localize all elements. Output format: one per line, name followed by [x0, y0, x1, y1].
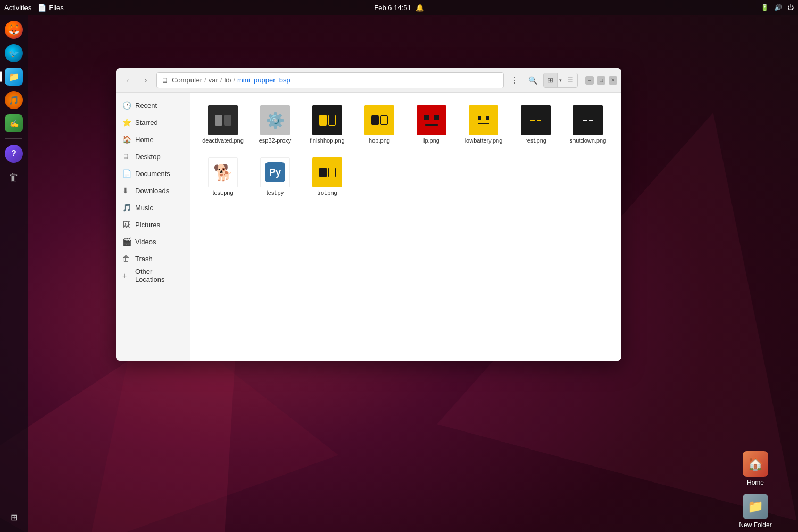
file-lowbattery-png[interactable]: lowbattery.png [460, 101, 508, 149]
desktop-icon-home-label: Home [747, 479, 764, 486]
file-manager-headerbar: ‹ › 🖥 Computer / var / lib / mini_pupper… [116, 68, 621, 93]
view-toggle-group: ⊞ ▾ ☰ [543, 73, 578, 88]
trash-icon: 🗑 [122, 254, 131, 263]
sidebar-item-music[interactable]: 🎵 Music [116, 199, 190, 216]
sidebar-item-starred[interactable]: ⭐ Starred [116, 114, 190, 131]
file-name: hop.png [369, 137, 390, 144]
file-content-area[interactable]: deactivated.png ⚙️ esp32-proxy [190, 93, 621, 361]
file-name: test.py [267, 189, 284, 196]
file-name: shutdown.png [570, 137, 606, 144]
file-name: test.png [212, 189, 233, 196]
sidebar-item-downloads[interactable]: ⬇ Downloads [116, 182, 190, 199]
computer-icon: 🖥 [161, 76, 169, 85]
breadcrumb-computer[interactable]: Computer [172, 76, 202, 84]
dock-item-help[interactable]: ? [3, 143, 24, 164]
alarm-icon: 🔔 [415, 4, 424, 12]
desktop-icon-home[interactable]: 🏠 Home [734, 448, 777, 489]
files-grid: deactivated.png ⚙️ esp32-proxy [199, 101, 613, 201]
sidebar-item-recent[interactable]: 🕐 Recent [116, 97, 190, 114]
sidebar-item-desktop[interactable]: 🖥 Desktop [116, 148, 190, 165]
downloads-icon: ⬇ [122, 186, 131, 195]
dock-item-files[interactable]: 📁 [3, 66, 24, 87]
tray-icon-1[interactable]: 🔋 [761, 4, 769, 11]
file-rest-png[interactable]: rest.png [512, 101, 560, 149]
file-manager-window: ‹ › 🖥 Computer / var / lib / mini_pupper… [116, 68, 621, 361]
dock-item-trash[interactable]: 🗑 [3, 167, 24, 188]
maximize-button[interactable]: □ [597, 76, 605, 85]
datetime: Feb 6 14:51 [374, 4, 411, 12]
videos-icon: 🎬 [122, 237, 131, 246]
context-menu-button[interactable]: ⋮ [507, 73, 522, 88]
file-name: esp32-proxy [259, 137, 292, 144]
recent-icon: 🕐 [122, 101, 131, 110]
other-locations-icon: + [122, 271, 131, 280]
file-finishhop-png[interactable]: finishhop.png [303, 101, 351, 149]
dock-item-grid[interactable]: ⊞ [3, 506, 24, 528]
file-name: trot.png [317, 189, 337, 196]
files-icon: 📄 [38, 4, 46, 12]
window-controls: – □ ✕ [585, 76, 617, 85]
dock-item-rhythmbox[interactable]: 🎵 [3, 89, 24, 111]
file-name: deactivated.png [202, 137, 244, 144]
breadcrumb-lib[interactable]: lib [224, 76, 231, 84]
sidebar-item-trash[interactable]: 🗑 Trash [116, 250, 190, 267]
music-icon: 🎵 [122, 203, 131, 212]
dock-separator [5, 138, 22, 139]
breadcrumb-current[interactable]: mini_pupper_bsp [237, 76, 290, 84]
breadcrumb-var[interactable]: var [209, 76, 218, 84]
search-button[interactable]: 🔍 [525, 73, 540, 88]
file-name: finishhop.png [310, 137, 344, 144]
pictures-icon: 🖼 [122, 220, 131, 229]
minimize-button[interactable]: – [585, 76, 594, 85]
grid-view-button[interactable]: ⊞ [544, 73, 557, 87]
activities-button[interactable]: Activities [4, 4, 31, 12]
nav-forward-button[interactable]: › [138, 73, 153, 88]
desktop-icon-new-folder-label: New Folder [739, 521, 771, 529]
desktop-icon-nav: 🖥 [122, 152, 131, 161]
file-esp32-proxy[interactable]: ⚙️ esp32-proxy [251, 101, 299, 149]
file-trot-png[interactable]: trot.png [303, 153, 351, 201]
dock-item-thunderbird[interactable]: 🐦 [3, 43, 24, 64]
file-shutdown-png[interactable]: shutdown.png [564, 101, 612, 149]
close-button[interactable]: ✕ [609, 76, 617, 85]
nav-back-button[interactable]: ‹ [120, 73, 135, 88]
file-deactivated-png[interactable]: deactivated.png [199, 101, 247, 149]
breadcrumb: 🖥 Computer / var / lib / mini_pupper_bsp [156, 72, 504, 88]
dock-item-libreoffice[interactable]: ✍ [3, 113, 24, 134]
topbar: Activities 📄 Files Feb 6 14:51 🔔 🔋 🔊 ⏻ [0, 0, 798, 15]
files-menu[interactable]: 📄 Files [38, 4, 63, 12]
desktop-icon-new-folder[interactable]: 📁 New Folder [734, 491, 777, 532]
file-name: lowbattery.png [465, 137, 503, 144]
documents-icon: 📄 [122, 169, 131, 178]
sidebar-item-home[interactable]: 🏠 Home [116, 131, 190, 148]
tray-icon-2[interactable]: 🔊 [774, 4, 782, 11]
file-ip-png[interactable]: ip.png [408, 101, 455, 149]
sidebar-item-pictures[interactable]: 🖼 Pictures [116, 216, 190, 233]
grid-view-dropdown[interactable]: ▾ [558, 73, 563, 87]
dock-item-firefox[interactable]: 🦊 [3, 19, 24, 40]
dock: 🦊 🐦 📁 🎵 ✍ ? 🗑 ⊞ [0, 15, 28, 532]
file-test-png[interactable]: 🐕 test.png [199, 153, 247, 201]
sidebar-item-other-locations[interactable]: + Other Locations [116, 267, 190, 284]
sidebar: 🕐 Recent ⭐ Starred 🏠 Home 🖥 Desktop 📄 Do… [116, 93, 190, 361]
file-test-py[interactable]: Py test.py [251, 153, 299, 201]
sidebar-item-documents[interactable]: 📄 Documents [116, 165, 190, 182]
starred-icon: ⭐ [122, 118, 131, 127]
file-name: rest.png [525, 137, 546, 144]
file-manager-body: 🕐 Recent ⭐ Starred 🏠 Home 🖥 Desktop 📄 Do… [116, 93, 621, 361]
file-hop-png[interactable]: hop.png [355, 101, 403, 149]
sidebar-item-videos[interactable]: 🎬 Videos [116, 233, 190, 250]
list-view-button[interactable]: ☰ [563, 73, 577, 87]
file-name: ip.png [423, 137, 439, 144]
home-icon: 🏠 [122, 135, 131, 144]
tray-icon-power[interactable]: ⏻ [787, 4, 794, 11]
